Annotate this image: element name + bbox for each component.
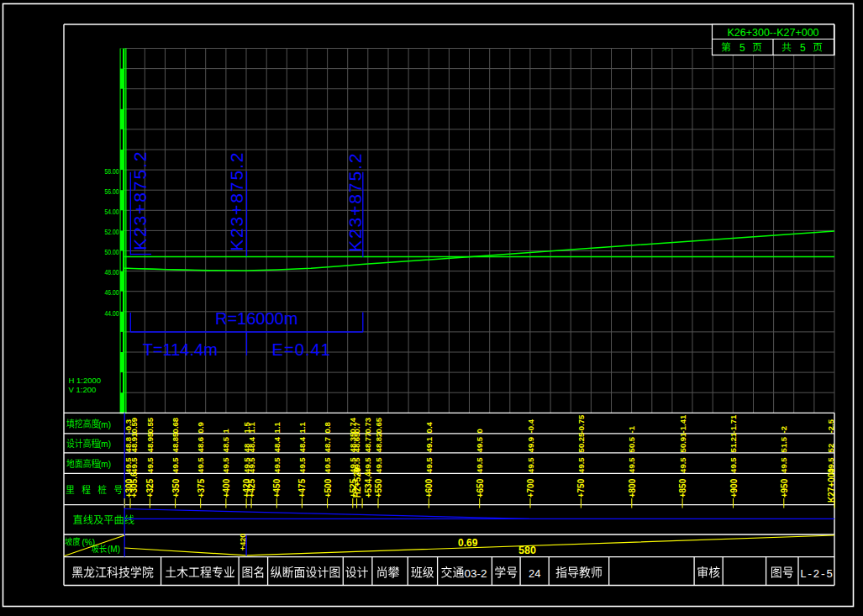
svg-text:48.4: 48.4 [272,436,282,452]
svg-text:-1.71: -1.71 [729,414,738,433]
svg-text:50.25: 50.25 [576,432,586,452]
svg-text:1.1: 1.1 [297,421,307,433]
svg-text:+700: +700 [526,478,535,498]
svg-text:48.85: 48.85 [171,432,180,452]
svg-text:-0.75: -0.75 [576,414,586,433]
svg-text:49.5: 49.5 [297,457,307,473]
svg-text:49.5: 49.5 [475,457,484,473]
svg-text:49.5: 49.5 [627,457,636,473]
svg-text:580: 580 [518,545,536,556]
svg-text:50.5: 50.5 [627,436,636,452]
svg-text:-2: -2 [779,426,788,433]
svg-text:+550: +550 [374,478,383,498]
svg-text:+350: +350 [171,478,181,498]
svg-text:H 1:2000: H 1:2000 [69,376,102,385]
svg-text:K26+300--K27+000: K26+300--K27+000 [727,27,818,39]
svg-text:+500: +500 [324,478,333,498]
svg-text:T=114.4m: T=114.4m [143,340,218,359]
svg-text:49.5: 49.5 [323,457,332,473]
svg-text:48.95: 48.95 [145,432,155,452]
svg-text:(m): (m) [98,460,111,469]
svg-text:+425: +425 [247,478,256,498]
svg-text:(m): (m) [98,440,111,449]
svg-text:49.5: 49.5 [475,436,484,452]
svg-text:+800: +800 [628,478,637,498]
svg-text:52: 52 [826,444,835,453]
svg-text:-0.4: -0.4 [526,419,535,433]
svg-text:0.68: 0.68 [171,418,180,434]
svg-text:48.4: 48.4 [247,436,256,452]
svg-text:+534.4: +534.4 [364,471,373,498]
svg-text:48.00: 48.00 [104,269,118,277]
svg-text:+650: +650 [476,478,485,498]
svg-text:0.55: 0.55 [145,417,155,433]
svg-text:+400: +400 [222,478,231,498]
svg-text:0.8: 0.8 [323,422,332,433]
svg-text:03-2: 03-2 [465,567,487,580]
svg-text:49.5: 49.5 [196,457,205,473]
svg-text:5: 5 [739,42,745,54]
svg-text:50.91: 50.91 [678,432,687,452]
svg-text:0.73: 0.73 [363,418,372,434]
svg-text:+420: +420 [239,534,247,550]
svg-text:49.5: 49.5 [576,457,586,473]
svg-text:48.82: 48.82 [374,433,383,453]
svg-text:+450: +450 [272,478,282,498]
svg-text:51.21: 51.21 [729,432,738,452]
svg-text:50.00: 50.00 [104,248,118,256]
svg-text:K23+875.2: K23+875.2 [130,150,150,250]
svg-text:1: 1 [221,428,230,433]
svg-text:(M): (M) [108,545,120,554]
svg-text:49.5: 49.5 [247,457,256,473]
svg-text:-2.5: -2.5 [826,419,835,433]
svg-text:0.69: 0.69 [458,537,478,549]
svg-text:0.7: 0.7 [352,422,361,433]
svg-text:49.5: 49.5 [374,457,383,473]
svg-text:44.00: 44.00 [104,309,118,318]
svg-text:49.5: 49.5 [363,457,372,473]
svg-text:49.5: 49.5 [272,457,282,473]
svg-text:+375: +375 [197,478,206,498]
svg-text:+750: +750 [576,478,586,498]
svg-text:49.5: 49.5 [779,457,788,473]
svg-text:+600: +600 [424,478,434,498]
svg-text:+305.6: +305.6 [129,471,139,498]
svg-text:-1: -1 [627,425,636,433]
svg-text:0.59: 0.59 [129,418,139,434]
svg-text:V 1:200: V 1:200 [69,385,97,394]
svg-text:0.4: 0.4 [424,421,434,433]
svg-text:+900: +900 [729,478,739,498]
svg-text:+850: +850 [678,478,687,498]
svg-text:49.5: 49.5 [129,457,139,473]
svg-text:49.5: 49.5 [678,457,687,473]
svg-text:49.5: 49.5 [171,457,180,473]
svg-text:R=16000m: R=16000m [215,309,297,328]
svg-text:54.00: 54.00 [104,208,118,216]
svg-text:48.91: 48.91 [129,432,139,452]
svg-text:+475: +475 [297,478,307,498]
svg-text:HZ+529: HZ+529 [353,467,362,498]
svg-text:+325: +325 [145,478,155,498]
svg-text:52.00: 52.00 [104,228,118,236]
svg-text:48.77: 48.77 [363,433,372,453]
svg-text:58.00: 58.00 [104,167,118,176]
svg-text:49.9: 49.9 [526,437,535,453]
svg-text:1.1: 1.1 [272,421,282,433]
svg-text:49.5: 49.5 [221,457,230,473]
svg-text:48.6: 48.6 [196,437,205,453]
svg-text:5: 5 [800,42,806,54]
svg-text:49.5: 49.5 [729,457,738,473]
svg-text:(m): (m) [98,420,111,429]
svg-text:K23+875.2: K23+875.2 [345,152,365,252]
svg-text:-1.41: -1.41 [678,414,687,433]
svg-text:K23+875.2: K23+875.2 [227,151,246,251]
svg-text:0.9: 0.9 [196,422,205,433]
svg-text:+950: +950 [780,478,789,498]
svg-text:L-2-5: L-2-5 [800,568,833,581]
svg-text:49.5: 49.5 [526,457,535,473]
svg-text:46.00: 46.00 [104,289,118,297]
svg-text:0: 0 [475,429,484,433]
svg-text:48.65: 48.65 [352,432,361,452]
svg-text:49.1: 49.1 [424,436,434,452]
svg-text:49.5: 49.5 [424,457,434,473]
